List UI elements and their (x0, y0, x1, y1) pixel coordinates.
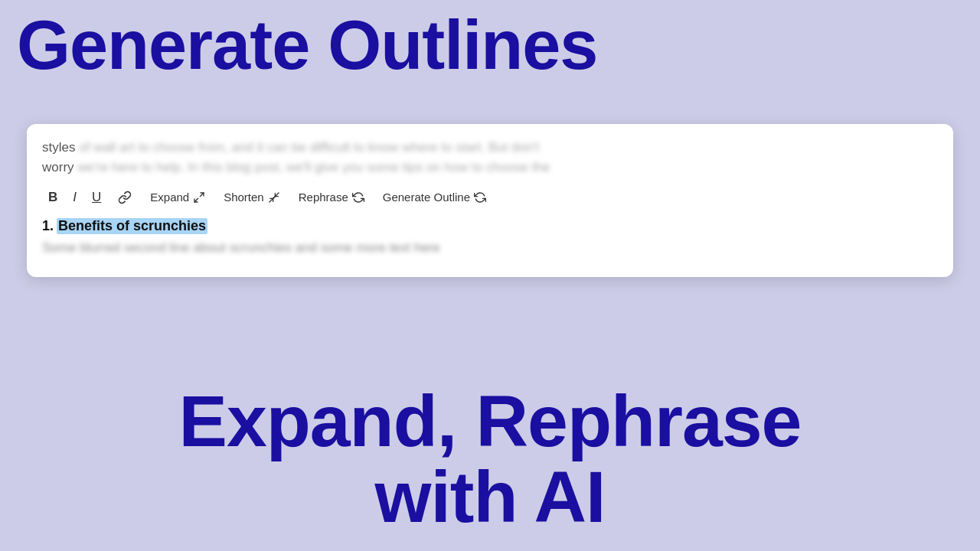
line2-start: worry (42, 160, 74, 174)
line1-blurred: of wall art to choose from, and it can b… (79, 140, 539, 155)
editor-top-lines: styles of wall art to choose from, and i… (42, 138, 938, 178)
italic-button[interactable]: I (67, 186, 83, 209)
generate-outline-button[interactable]: Generate Outline (375, 187, 494, 207)
svg-line-1 (194, 198, 198, 202)
svg-line-3 (270, 196, 275, 201)
svg-line-0 (201, 193, 204, 197)
item-text-highlighted: Benefits of scrunchies (57, 218, 207, 234)
link-icon (118, 191, 132, 204)
rephrase-button[interactable]: Rephrase (291, 187, 372, 207)
numbered-item-1: 1. Benefits of scrunchies (42, 218, 938, 234)
line1-start: styles (42, 140, 75, 155)
generate-outline-icon (474, 191, 486, 204)
underline-button[interactable]: U (86, 186, 107, 209)
expand-icon (193, 191, 205, 204)
bold-button[interactable]: B (42, 186, 64, 209)
top-heading: Generate Outlines (17, 8, 597, 83)
expand-button[interactable]: Expand (142, 187, 213, 207)
bottom-heading-line1: Expand, Rephrase (0, 383, 980, 460)
bottom-heading-line2: with AI (0, 459, 980, 536)
shorten-button[interactable]: Shorten (216, 187, 288, 207)
numbered-item-2: Some blurred second line about scrunchie… (42, 240, 938, 256)
bottom-heading: Expand, Rephrase with AI (0, 383, 980, 536)
item-number: 1. (42, 218, 54, 234)
shorten-icon (268, 191, 280, 204)
editor-card: styles of wall art to choose from, and i… (27, 124, 953, 277)
editor-line-1: styles of wall art to choose from, and i… (42, 138, 938, 158)
rephrase-icon (352, 191, 364, 204)
editor-content: styles of wall art to choose from, and i… (42, 138, 938, 178)
editor-line-2: worry we're here to help. In this blog p… (42, 158, 938, 178)
formatting-toolbar: B I U Expand Shorten (42, 186, 938, 209)
link-button[interactable] (110, 187, 139, 208)
line2-blurred: we're here to help. In this blog post, w… (77, 160, 550, 174)
